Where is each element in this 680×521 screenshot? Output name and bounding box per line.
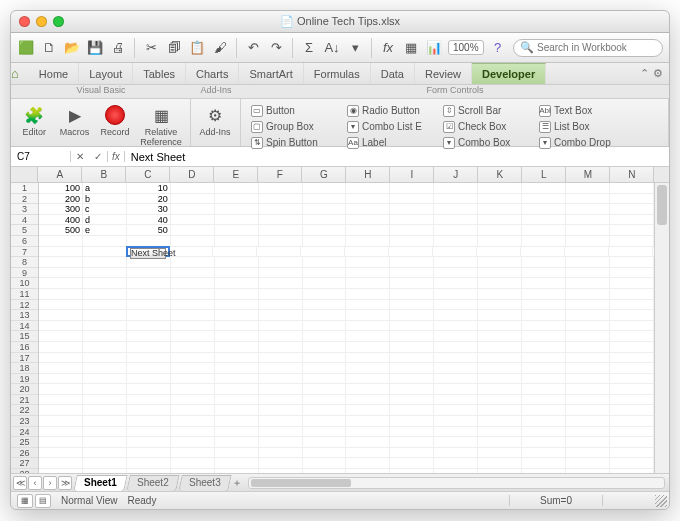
cell-H13[interactable]	[346, 310, 390, 320]
cell-G16[interactable]	[303, 342, 347, 352]
cell-F21[interactable]	[259, 395, 303, 405]
cell-N5[interactable]	[610, 225, 654, 235]
cell-K8[interactable]	[478, 257, 522, 267]
cell-I12[interactable]	[390, 300, 434, 310]
cell-I8[interactable]	[390, 257, 434, 267]
cell-L10[interactable]	[522, 278, 566, 288]
cell-H3[interactable]	[346, 204, 390, 214]
cell-M2[interactable]	[566, 194, 610, 204]
cell-N17[interactable]	[610, 353, 654, 363]
cell-G6[interactable]	[303, 236, 347, 246]
cell-J12[interactable]	[434, 300, 478, 310]
cell-J27[interactable]	[434, 458, 478, 468]
cell-N9[interactable]	[610, 268, 654, 278]
cell-A3[interactable]: 300	[39, 204, 83, 214]
row-header-6[interactable]: 6	[11, 236, 38, 247]
cell-N7[interactable]	[609, 247, 653, 257]
cell-L11[interactable]	[522, 289, 566, 299]
cell-L28[interactable]	[522, 469, 566, 473]
cell-F20[interactable]	[259, 384, 303, 394]
workbook-search[interactable]: 🔍	[513, 39, 663, 57]
cell-I28[interactable]	[390, 469, 434, 473]
row-header-22[interactable]: 22	[11, 405, 38, 416]
cell-B2[interactable]: b	[83, 194, 127, 204]
cell-D18[interactable]	[171, 363, 215, 373]
cell-L23[interactable]	[522, 416, 566, 426]
cell-C20[interactable]	[127, 384, 171, 394]
cell-D21[interactable]	[171, 395, 215, 405]
cell-I21[interactable]	[390, 395, 434, 405]
cell-H27[interactable]	[346, 458, 390, 468]
cell-N14[interactable]	[610, 321, 654, 331]
cell-G4[interactable]	[303, 215, 347, 225]
normal-view-button[interactable]: ▦	[17, 494, 33, 508]
cell-N12[interactable]	[610, 300, 654, 310]
cell-K23[interactable]	[478, 416, 522, 426]
cell-M5[interactable]	[566, 225, 610, 235]
cell-C23[interactable]	[127, 416, 171, 426]
cell-M1[interactable]	[566, 183, 610, 193]
cell-J23[interactable]	[434, 416, 478, 426]
form-control-combo-list-e[interactable]: ▾Combo List E	[347, 119, 437, 134]
cell-H26[interactable]	[346, 448, 390, 458]
cell-M26[interactable]	[566, 448, 610, 458]
cell-A14[interactable]	[39, 321, 83, 331]
cell-H4[interactable]	[346, 215, 390, 225]
sheet-tab-sheet3[interactable]: Sheet3	[178, 475, 231, 491]
col-header-G[interactable]: G	[302, 167, 346, 182]
row-header-26[interactable]: 26	[11, 448, 38, 459]
form-control-scroll-bar[interactable]: ⇳Scroll Bar	[443, 103, 533, 118]
cell-J7[interactable]	[433, 247, 477, 257]
cell-E25[interactable]	[215, 437, 259, 447]
cell-G18[interactable]	[303, 363, 347, 373]
cell-H12[interactable]	[346, 300, 390, 310]
cell-K13[interactable]	[478, 310, 522, 320]
resize-handle-icon[interactable]	[655, 495, 667, 507]
cell-D27[interactable]	[171, 458, 215, 468]
cell-I23[interactable]	[390, 416, 434, 426]
cell-E23[interactable]	[215, 416, 259, 426]
cell-J11[interactable]	[434, 289, 478, 299]
cell-F8[interactable]	[259, 257, 303, 267]
save-icon[interactable]: 💾	[86, 39, 104, 57]
cell-I24[interactable]	[390, 427, 434, 437]
cell-H6[interactable]	[346, 236, 390, 246]
cell-L19[interactable]	[522, 374, 566, 384]
cell-B26[interactable]	[83, 448, 127, 458]
cell-B6[interactable]	[83, 236, 127, 246]
cell-I20[interactable]	[390, 384, 434, 394]
row-header-7[interactable]: 7	[11, 247, 38, 258]
cell-D10[interactable]	[171, 278, 215, 288]
cell-E16[interactable]	[215, 342, 259, 352]
cell-I2[interactable]	[390, 194, 434, 204]
macros-button[interactable]: ▶Macros	[57, 103, 91, 137]
cell-F3[interactable]	[259, 204, 303, 214]
cell-C3[interactable]: 30	[127, 204, 171, 214]
cell-I15[interactable]	[390, 331, 434, 341]
cell-J22[interactable]	[434, 405, 478, 415]
cell-G17[interactable]	[303, 353, 347, 363]
cell-I26[interactable]	[390, 448, 434, 458]
cell-M9[interactable]	[566, 268, 610, 278]
cell-H5[interactable]	[346, 225, 390, 235]
relative-reference-button[interactable]: ▦Relative Reference	[138, 103, 184, 147]
cell-C14[interactable]	[127, 321, 171, 331]
cell-I11[interactable]	[390, 289, 434, 299]
form-control-button[interactable]: ▭Button	[251, 103, 341, 118]
cell-D23[interactable]	[171, 416, 215, 426]
cell-A21[interactable]	[39, 395, 83, 405]
row-header-10[interactable]: 10	[11, 278, 38, 289]
cell-D15[interactable]	[171, 331, 215, 341]
cell-E15[interactable]	[215, 331, 259, 341]
cell-M13[interactable]	[566, 310, 610, 320]
sheet-tab-sheet2[interactable]: Sheet2	[126, 475, 179, 491]
cell-grid[interactable]: 100a10200b20300c30400d40500e50Next Sheet	[39, 183, 654, 473]
cell-B17[interactable]	[83, 353, 127, 363]
cell-B15[interactable]	[83, 331, 127, 341]
cell-E21[interactable]	[215, 395, 259, 405]
editor-button[interactable]: 🧩Editor	[17, 103, 51, 137]
cell-C16[interactable]	[127, 342, 171, 352]
cell-F18[interactable]	[259, 363, 303, 373]
tab-tables[interactable]: Tables	[133, 63, 186, 84]
cell-H17[interactable]	[346, 353, 390, 363]
